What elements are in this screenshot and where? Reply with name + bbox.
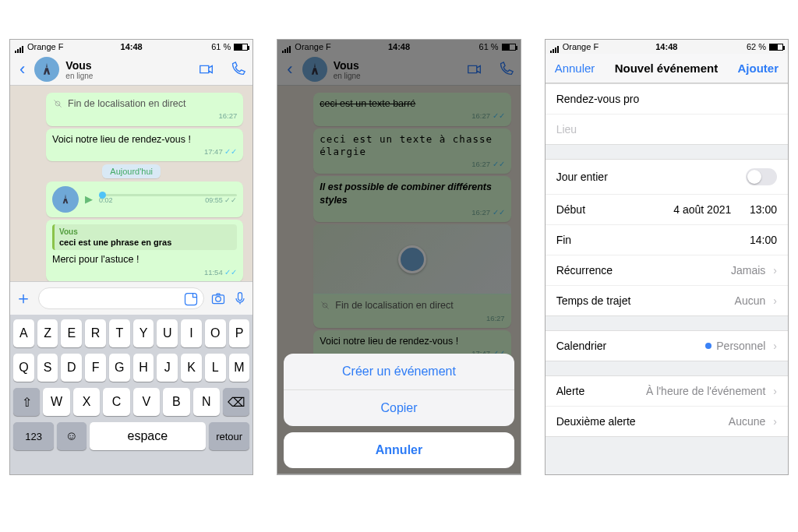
- sticker-icon[interactable]: [183, 291, 199, 309]
- start-row[interactable]: Début 4 août 2021 13:00: [546, 195, 788, 225]
- allday-toggle[interactable]: [746, 168, 777, 185]
- phone-right: Orange F 14:48 62 % Annuler Nouvel événe…: [545, 39, 789, 475]
- key-d[interactable]: D: [61, 354, 82, 382]
- key-w[interactable]: W: [43, 388, 69, 416]
- key-k[interactable]: K: [181, 354, 202, 382]
- phone-icon[interactable]: [229, 61, 246, 78]
- key-i[interactable]: I: [181, 319, 202, 347]
- chat-header: ‹ Vous en ligne: [10, 54, 252, 86]
- key-j[interactable]: J: [157, 354, 178, 382]
- battery-icon: [234, 44, 248, 51]
- key-row-1: AZERTYUIOP: [13, 319, 249, 347]
- key-row-3: ⇧ WXCVBN ⌫: [13, 388, 249, 416]
- key-v[interactable]: V: [133, 388, 160, 416]
- title-field[interactable]: Rendez-vous pro: [546, 84, 788, 115]
- cancel-action[interactable]: Annuler: [284, 432, 514, 468]
- alert-row[interactable]: Alerte À l'heure de l'événement›: [546, 376, 788, 407]
- key-s[interactable]: S: [37, 354, 58, 382]
- key-z[interactable]: Z: [37, 319, 58, 347]
- end-row[interactable]: Fin 14:00: [546, 225, 788, 255]
- key-n[interactable]: N: [193, 388, 220, 416]
- key-x[interactable]: X: [73, 388, 100, 416]
- key-g[interactable]: G: [109, 354, 130, 382]
- avatar[interactable]: [34, 57, 59, 82]
- return-key[interactable]: retour: [209, 422, 249, 450]
- svg-rect-1: [185, 294, 197, 305]
- key-o[interactable]: O: [205, 319, 226, 347]
- attach-button[interactable]: ＋: [15, 287, 32, 310]
- svg-point-3: [216, 297, 221, 302]
- cancel-button[interactable]: Annuler: [555, 62, 595, 75]
- day-separator: Aujourd'hui: [15, 166, 248, 177]
- key-l[interactable]: L: [205, 354, 226, 382]
- key-p[interactable]: P: [229, 319, 250, 347]
- bubble-rdv[interactable]: Voici notre lieu de rendez-vous ! 17:47 …: [46, 129, 243, 162]
- phone-middle: Orange F 14:48 61 % ‹ Vousen ligne ceci …: [277, 39, 521, 475]
- key-q[interactable]: Q: [13, 354, 34, 382]
- svg-rect-4: [238, 293, 242, 301]
- action-sheet: Créer un événement Copier Annuler: [284, 354, 514, 468]
- key-u[interactable]: U: [157, 319, 178, 347]
- key-y[interactable]: Y: [133, 319, 154, 347]
- key-b[interactable]: B: [163, 388, 189, 416]
- message-input[interactable]: [38, 287, 204, 309]
- emoji-key[interactable]: ☺: [57, 422, 86, 450]
- copy-action[interactable]: Copier: [284, 390, 514, 426]
- key-e[interactable]: E: [61, 319, 82, 347]
- back-button[interactable]: ‹: [16, 59, 28, 79]
- voice-avatar: [52, 186, 79, 213]
- key-c[interactable]: C: [103, 388, 129, 416]
- modal-nav: Annuler Nouvel événement Ajouter: [546, 54, 788, 83]
- create-event-action[interactable]: Créer un événement: [284, 354, 514, 390]
- bubble-voice[interactable]: ▶ 0:0209:55 ✓✓: [46, 181, 243, 217]
- input-bar: ＋: [10, 281, 252, 315]
- location-icon: [52, 98, 63, 109]
- clock: 14:48: [10, 42, 252, 51]
- play-icon[interactable]: ▶: [85, 193, 93, 206]
- camera-icon[interactable]: [210, 291, 226, 306]
- allday-row[interactable]: Jour entier: [546, 160, 788, 195]
- shift-key[interactable]: ⇧: [13, 388, 40, 416]
- key-t[interactable]: T: [109, 319, 130, 347]
- status-bar: Orange F 14:48 61 %: [10, 40, 252, 54]
- second-alert-row[interactable]: Deuxième alerte Aucune›: [546, 407, 788, 436]
- modal-title: Nouvel événement: [615, 62, 719, 75]
- key-f[interactable]: F: [85, 354, 106, 382]
- phone-left: Orange F 14:48 61 % ‹ Vous en ligne Fin …: [9, 39, 253, 475]
- location-field[interactable]: Lieu: [546, 115, 788, 144]
- space-key[interactable]: espace: [90, 422, 206, 450]
- video-icon[interactable]: [198, 61, 215, 78]
- add-button[interactable]: Ajouter: [737, 62, 779, 75]
- key-r[interactable]: R: [85, 319, 106, 347]
- key-row-4: 123 ☺ espace retour: [13, 422, 249, 450]
- recurrence-row[interactable]: Récurrence Jamais›: [546, 255, 788, 286]
- key-row-2: QSDFGHJKLM: [13, 354, 249, 382]
- eiffel-icon: [39, 62, 55, 77]
- backspace-key[interactable]: ⌫: [223, 388, 249, 416]
- key-h[interactable]: H: [133, 354, 154, 382]
- bubble-location-stop[interactable]: Fin de localisation en direct 16:27: [46, 93, 243, 126]
- calendar-row[interactable]: Calendrier Personnel›: [546, 331, 788, 361]
- bubble-quote-merci[interactable]: Vous ceci est une phrase en gras Merci p…: [46, 220, 243, 282]
- presence: en ligne: [65, 72, 93, 80]
- key-a[interactable]: A: [13, 319, 34, 347]
- travel-row[interactable]: Temps de trajet Aucun›: [546, 286, 788, 315]
- keyboard[interactable]: AZERTYUIOP QSDFGHJKLM ⇧ WXCVBN ⌫ 123 ☺ e…: [10, 315, 252, 474]
- numbers-key[interactable]: 123: [13, 422, 54, 450]
- contact-name: Vous: [65, 59, 93, 72]
- key-m[interactable]: M: [229, 354, 250, 382]
- mic-icon[interactable]: [232, 291, 248, 306]
